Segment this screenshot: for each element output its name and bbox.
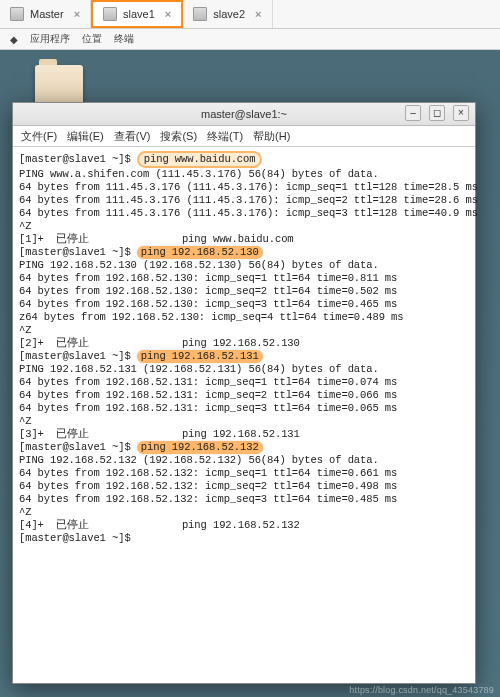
output-line: PING www.a.shifen.com (111.45.3.176) 56(…	[19, 168, 379, 180]
menu-view[interactable]: 查看(V)	[114, 129, 151, 144]
terminal-icon	[10, 7, 24, 21]
close-icon[interactable]: ×	[165, 8, 171, 20]
close-icon[interactable]: ×	[255, 8, 261, 20]
terminal-body[interactable]: [master@slave1 ~]$ ping www.baidu.com PI…	[13, 147, 475, 549]
app-tab-bar: Master × slave1 × slave2 ×	[0, 0, 500, 29]
prompt: [master@slave1 ~]$	[19, 350, 131, 362]
window-buttons: – ◻ ×	[405, 105, 469, 121]
output-line: z64 bytes from 192.168.52.130: icmp_seq=…	[19, 311, 403, 323]
output-line: [2]+ 已停止 ping 192.168.52.130	[19, 337, 300, 349]
menu-places[interactable]: 位置	[82, 32, 102, 46]
window-title: master@slave1:~	[201, 108, 287, 120]
maximize-button[interactable]: ◻	[429, 105, 445, 121]
menu-applications[interactable]: 应用程序	[30, 32, 70, 46]
output-line: 64 bytes from 192.168.52.132: icmp_seq=1…	[19, 467, 397, 479]
output-line: ^Z	[19, 506, 31, 518]
tab-label: slave1	[123, 8, 155, 20]
output-line: ^Z	[19, 415, 31, 427]
output-line: 64 bytes from 192.168.52.130: icmp_seq=1…	[19, 272, 397, 284]
output-line: 64 bytes from 192.168.52.131: icmp_seq=2…	[19, 389, 397, 401]
close-icon[interactable]: ×	[74, 8, 80, 20]
menu-file[interactable]: 文件(F)	[21, 129, 57, 144]
prompt: [master@slave1 ~]$	[19, 532, 131, 544]
prompt: [master@slave1 ~]$	[19, 153, 131, 165]
prompt: [master@slave1 ~]$	[19, 246, 131, 258]
output-line: 64 bytes from 192.168.52.132: icmp_seq=2…	[19, 480, 397, 492]
output-line: [3]+ 已停止 ping 192.168.52.131	[19, 428, 300, 440]
terminal-window: master@slave1:~ – ◻ × 文件(F) 编辑(E) 查看(V) …	[12, 102, 476, 684]
output-line: [1]+ 已停止 ping www.baidu.com	[19, 233, 294, 245]
output-line: 64 bytes from 111.45.3.176 (111.45.3.176…	[19, 207, 478, 219]
folder-icon[interactable]	[35, 65, 83, 105]
output-line: [4]+ 已停止 ping 192.168.52.132	[19, 519, 300, 531]
output-line: PING 192.168.52.132 (192.168.52.132) 56(…	[19, 454, 379, 466]
menu-terminal[interactable]: 终端(T)	[207, 129, 243, 144]
watermark: https://blog.csdn.net/qq_43543789	[349, 685, 494, 695]
menu-apps-icon: ◆	[10, 34, 18, 45]
desktop-menubar: ◆ 应用程序 位置 终端	[0, 29, 500, 50]
close-button[interactable]: ×	[453, 105, 469, 121]
highlight-cmd-baidu: ping www.baidu.com	[137, 151, 263, 168]
menu-terminal[interactable]: 终端	[114, 32, 134, 46]
desktop: master@slave1:~ – ◻ × 文件(F) 编辑(E) 查看(V) …	[0, 50, 500, 697]
menu-search[interactable]: 搜索(S)	[160, 129, 197, 144]
output-line: 64 bytes from 111.45.3.176 (111.45.3.176…	[19, 194, 478, 206]
tab-label: Master	[30, 8, 64, 20]
terminal-icon	[103, 7, 117, 21]
tab-slave2[interactable]: slave2 ×	[183, 0, 272, 28]
minimize-button[interactable]: –	[405, 105, 421, 121]
output-line: ^Z	[19, 220, 31, 232]
highlight-cmd-130: ping 192.168.52.130	[137, 246, 263, 259]
output-line: PING 192.168.52.130 (192.168.52.130) 56(…	[19, 259, 379, 271]
output-line: 64 bytes from 192.168.52.132: icmp_seq=3…	[19, 493, 397, 505]
menu-edit[interactable]: 编辑(E)	[67, 129, 104, 144]
tab-master[interactable]: Master ×	[0, 0, 91, 28]
output-line: ^Z	[19, 324, 31, 336]
output-line: 64 bytes from 192.168.52.131: icmp_seq=3…	[19, 402, 397, 414]
output-line: PING 192.168.52.131 (192.168.52.131) 56(…	[19, 363, 379, 375]
output-line: 64 bytes from 192.168.52.131: icmp_seq=1…	[19, 376, 397, 388]
tab-slave1[interactable]: slave1 ×	[91, 0, 183, 28]
window-titlebar[interactable]: master@slave1:~ – ◻ ×	[13, 103, 475, 126]
highlight-cmd-132: ping 192.168.52.132	[137, 441, 263, 454]
output-line: 64 bytes from 192.168.52.130: icmp_seq=2…	[19, 285, 397, 297]
prompt: [master@slave1 ~]$	[19, 441, 131, 453]
menu-help[interactable]: 帮助(H)	[253, 129, 290, 144]
output-line: 64 bytes from 111.45.3.176 (111.45.3.176…	[19, 181, 478, 193]
tab-label: slave2	[213, 8, 245, 20]
highlight-cmd-131: ping 192.168.52.131	[137, 350, 263, 363]
terminal-menubar: 文件(F) 编辑(E) 查看(V) 搜索(S) 终端(T) 帮助(H)	[13, 126, 475, 147]
terminal-icon	[193, 7, 207, 21]
output-line: 64 bytes from 192.168.52.130: icmp_seq=3…	[19, 298, 397, 310]
